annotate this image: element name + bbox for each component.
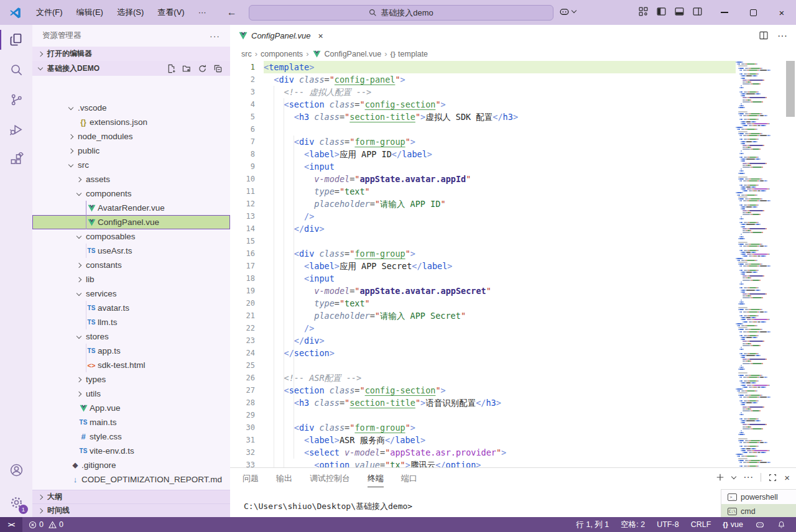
code-line-31[interactable]: 31 <label>ASR 服务商</label> xyxy=(230,434,736,446)
code-line-28[interactable]: 28 <h3 class="section-title">语音识别配置</h3> xyxy=(230,397,736,409)
tree-item-composables[interactable]: composables xyxy=(32,229,230,244)
problems-indicator[interactable]: 0 0 xyxy=(22,520,70,529)
menu-item[interactable]: ··· xyxy=(192,4,213,21)
code-line-32[interactable]: 32 <select v-model="appState.asr.provide… xyxy=(230,446,736,459)
panel-tab-输出[interactable]: 输出 xyxy=(276,470,292,487)
tree-item-avatar.ts[interactable]: TSavatar.ts xyxy=(32,301,230,315)
split-editor-icon[interactable] xyxy=(759,30,769,42)
code-line-5[interactable]: 5 <h3 class="section-title">虚拟人 SDK 配置</… xyxy=(230,111,736,123)
code-line-8[interactable]: 8 <label>应用 APP ID</label> xyxy=(230,148,736,160)
code-line-27[interactable]: 27 <section class="config-section"> xyxy=(230,384,736,397)
breadcrumb-ConfigPanel.vue[interactable]: ConfigPanel.vue xyxy=(312,50,381,58)
status-空格2[interactable]: 空格: 2 xyxy=(621,520,645,530)
tree-item-src[interactable]: src xyxy=(32,158,230,172)
terminal-item-cmd[interactable]: C:\cmd xyxy=(721,504,796,518)
panel-tab-调试控制台[interactable]: 调试控制台 xyxy=(310,470,350,487)
toggle-sidebar-icon[interactable] xyxy=(656,6,667,17)
code-line-16[interactable]: 16 <div class="form-group"> xyxy=(230,247,736,260)
code-line-20[interactable]: 20 type="text" xyxy=(230,297,736,310)
terminal-item-powershell[interactable]: >_powershell xyxy=(721,490,796,504)
tree-item-types[interactable]: types xyxy=(32,372,230,387)
run-debug-icon[interactable] xyxy=(0,114,32,144)
minimap[interactable] xyxy=(736,61,785,467)
toggle-panel-icon[interactable] xyxy=(674,6,685,17)
code-line-13[interactable]: 13 /> xyxy=(230,210,736,222)
code-line-2[interactable]: 2 <div class="config-panel"> xyxy=(230,73,736,86)
toggle-secondary-sidebar-icon[interactable] xyxy=(692,6,703,17)
code-line-17[interactable]: 17 <label>应用 APP Secret</label> xyxy=(230,260,736,272)
search-icon[interactable] xyxy=(0,55,32,85)
terminal-profile-dropdown-icon[interactable] xyxy=(731,474,736,479)
code-line-33[interactable]: 33 <option value="tx">腾讯云</option> xyxy=(230,459,736,467)
account-icon[interactable] xyxy=(0,455,32,485)
tree-item-lib[interactable]: lib xyxy=(32,272,230,287)
status-copilot-icon[interactable] xyxy=(755,520,765,530)
window-close-button[interactable]: × xyxy=(767,0,796,25)
panel-more-actions-icon[interactable]: ··· xyxy=(743,472,753,483)
code-editor[interactable]: 1<template>2 <div class="config-panel">3… xyxy=(230,61,796,467)
remote-indicator[interactable]: >< xyxy=(0,517,22,532)
tree-item-stores[interactable]: stores xyxy=(32,329,230,344)
tab-close-icon[interactable]: × xyxy=(318,31,323,41)
new-file-icon[interactable] xyxy=(167,64,176,73)
code-line-9[interactable]: 9 <input xyxy=(230,160,736,173)
status-vue[interactable]: {}vue xyxy=(723,520,743,529)
explorer-icon[interactable] xyxy=(0,25,32,55)
breadcrumb-components[interactable]: components xyxy=(261,50,303,58)
breadcrumb-template[interactable]: {}template xyxy=(391,50,428,58)
status-行1列1[interactable]: 行 1, 列 1 xyxy=(576,520,609,530)
panel-tab-端口[interactable]: 端口 xyxy=(401,470,417,487)
tree-item-vite-env.d.ts[interactable]: TSvite-env.d.ts xyxy=(32,444,230,458)
tree-item-sdk-test.html[interactable]: <>sdk-test.html xyxy=(32,358,230,372)
breadcrumb-src[interactable]: src xyxy=(241,50,252,58)
code-line-30[interactable]: 30 <div class="form-group"> xyxy=(230,421,736,434)
tree-item-components[interactable]: components xyxy=(32,186,230,201)
scrollbar-thumb[interactable] xyxy=(786,61,795,117)
status-UTF-8[interactable]: UTF-8 xyxy=(657,520,678,529)
tree-item-App.vue[interactable]: App.vue xyxy=(32,401,230,415)
section-大纲[interactable]: 大纲 xyxy=(32,490,230,503)
code-line-12[interactable]: 12 placeholder="请输入 APP ID" xyxy=(230,198,736,210)
editor-more-actions-icon[interactable]: ··· xyxy=(777,30,787,42)
code-line-3[interactable]: 3 <!-- 虚拟人配置 --> xyxy=(230,86,736,98)
code-line-26[interactable]: 26 <!-- ASR配置 --> xyxy=(230,372,736,384)
tree-item-services[interactable]: services xyxy=(32,287,230,301)
customize-layout-icon[interactable] xyxy=(638,6,649,17)
code-line-6[interactable]: 6 xyxy=(230,123,736,135)
code-line-25[interactable]: 25 xyxy=(230,359,736,372)
panel-tab-问题[interactable]: 问题 xyxy=(243,470,259,487)
workspace-section[interactable]: 基础接入DEMO xyxy=(32,61,230,76)
menu-item[interactable]: 选择(S) xyxy=(110,4,150,21)
new-terminal-icon[interactable] xyxy=(716,473,724,482)
menu-item[interactable]: 编辑(E) xyxy=(70,4,110,21)
collapse-all-icon[interactable] xyxy=(213,64,223,73)
section-时间线[interactable]: 时间线 xyxy=(32,503,230,517)
extensions-icon[interactable] xyxy=(0,144,32,174)
tree-item-assets[interactable]: assets xyxy=(32,172,230,186)
code-line-7[interactable]: 7 <div class="form-group"> xyxy=(230,135,736,148)
tree-item-useAsr.ts[interactable]: TSuseAsr.ts xyxy=(32,244,230,258)
code-line-4[interactable]: 4 <section class="config-section"> xyxy=(230,98,736,111)
tree-item-AvatarRender.vue[interactable]: AvatarRender.vue xyxy=(32,201,230,215)
tree-item-.gitignore[interactable]: ◆.gitignore xyxy=(32,458,230,472)
tree-item-style.css[interactable]: #style.css xyxy=(32,429,230,444)
code-line-23[interactable]: 23 </div> xyxy=(230,334,736,347)
code-line-15[interactable]: 15 xyxy=(230,235,736,247)
tree-item-.vscode[interactable]: .vscode xyxy=(32,101,230,115)
code-line-21[interactable]: 21 placeholder="请输入 APP Secret" xyxy=(230,310,736,322)
tree-item-nodemodules[interactable]: node_modules xyxy=(32,129,230,144)
window-maximize-button[interactable] xyxy=(739,0,767,25)
tree-item-ConfigPanel.vue[interactable]: ConfigPanel.vue xyxy=(32,215,230,229)
window-minimize-button[interactable] xyxy=(710,0,739,25)
command-center-search[interactable]: 基础接入demo xyxy=(249,5,553,21)
status-CRLF[interactable]: CRLF xyxy=(691,520,711,529)
menu-item[interactable]: 文件(F) xyxy=(29,4,70,21)
editor-scrollbar[interactable] xyxy=(785,61,796,467)
terminal-output[interactable]: C:\Users\shiuo\Desktop\基础接入demo> xyxy=(244,501,412,512)
tree-item-utils[interactable]: utils xyxy=(32,387,230,401)
explorer-more-actions-icon[interactable]: ··· xyxy=(210,31,220,41)
panel-maximize-icon[interactable] xyxy=(769,474,777,482)
tree-item-app.ts[interactable]: TSapp.ts xyxy=(32,344,230,358)
code-line-19[interactable]: 19 v-model="appState.avatar.appSecret" xyxy=(230,285,736,297)
code-line-10[interactable]: 10 v-model="appState.avatar.appId" xyxy=(230,173,736,185)
